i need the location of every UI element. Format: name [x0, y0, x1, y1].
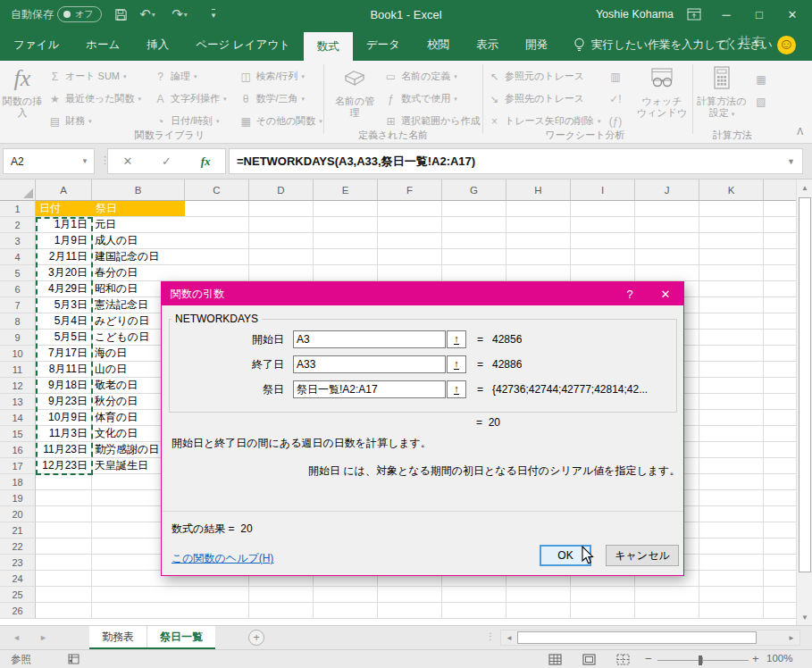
date-cell[interactable] — [36, 506, 92, 522]
feedback-smiley-icon[interactable]: ☺ — [777, 36, 796, 54]
date-cell[interactable]: 7月17日 — [36, 346, 92, 362]
date-cell[interactable] — [36, 490, 92, 506]
column-header[interactable]: E — [314, 180, 378, 201]
row-header[interactable]: 11 — [0, 362, 36, 378]
column-header[interactable]: F — [378, 180, 442, 201]
row-fill[interactable] — [185, 603, 796, 619]
argument-input[interactable]: A33 — [293, 355, 446, 373]
collapse-dialog-button[interactable]: ↑ — [447, 380, 466, 398]
analysis-tool-icon[interactable]: ▥ — [609, 71, 623, 83]
row-header[interactable]: 5 — [0, 265, 36, 281]
holiday-cell[interactable] — [92, 587, 185, 603]
row-header[interactable]: 19 — [0, 490, 36, 506]
tab-file[interactable]: ファイル — [0, 29, 72, 61]
scroll-down-icon[interactable]: ▼ — [797, 609, 812, 625]
row-header[interactable]: 9 — [0, 330, 36, 346]
ribbon-button[interactable]: ★ 最近使った関数 ▾ — [48, 92, 141, 105]
ribbon-button[interactable]: θ 数学/三角 ▾ — [239, 92, 322, 105]
column-header-b[interactable]: B — [92, 180, 185, 201]
column-header[interactable]: I — [571, 180, 635, 201]
ribbon-button[interactable]: ▭ 名前の定義 ▾ — [384, 70, 484, 83]
tab-data[interactable]: データ — [353, 29, 414, 61]
date-cell[interactable] — [36, 522, 92, 539]
date-cell[interactable]: 11月23日 — [36, 442, 92, 458]
ribbon-button[interactable]: ⊞ 選択範囲から作成 — [384, 114, 484, 128]
tab-formulas[interactable]: 数式 — [304, 32, 353, 61]
vertical-scrollbar-thumb[interactable] — [799, 197, 811, 572]
row-fill[interactable] — [185, 249, 796, 265]
enter-entry-button[interactable]: ✓ — [162, 154, 172, 168]
ribbon-button[interactable]: × トレース矢印の削除 ▾ — [488, 114, 601, 128]
function-help-link[interactable]: この関数のヘルプ(H) — [172, 551, 273, 566]
row-header[interactable]: 4 — [0, 249, 36, 265]
zoom-out-button[interactable]: − — [645, 652, 652, 665]
holiday-cell[interactable]: 成人の日 — [92, 233, 185, 249]
cell-b1[interactable]: 祭日 — [92, 201, 117, 216]
row-header[interactable]: 1 — [0, 201, 36, 217]
redo-button[interactable]: ↷▾ — [168, 0, 191, 29]
column-header[interactable]: C — [185, 180, 249, 201]
close-button[interactable]: ✕ — [773, 0, 812, 29]
date-cell[interactable]: 11月3日 — [36, 426, 92, 442]
date-cell[interactable]: 3月20日 — [36, 265, 92, 281]
sheet-nav-left-icon[interactable]: ◄ — [13, 626, 21, 649]
row-header[interactable]: 6 — [0, 281, 36, 297]
normal-view-icon[interactable] — [548, 654, 562, 665]
tab-review[interactable]: 校閲 — [414, 29, 463, 61]
ribbon-button[interactable]: ◫ 検索/行列 ▾ — [239, 70, 322, 83]
row-header[interactable]: 3 — [0, 233, 36, 249]
date-cell[interactable]: 5月5日 — [36, 330, 92, 346]
zoom-slider-track[interactable] — [657, 660, 749, 661]
tab-view[interactable]: 表示 — [463, 29, 512, 61]
horizontal-scrollbar[interactable]: ◄ ► — [500, 630, 800, 646]
row-header[interactable]: 18 — [0, 474, 36, 490]
page-layout-view-icon[interactable] — [582, 654, 596, 665]
row-header[interactable]: 14 — [0, 410, 36, 426]
ribbon-button[interactable]: ▤ 財務 ▾ — [48, 114, 141, 128]
date-cell[interactable]: 9月23日 — [36, 394, 92, 410]
column-header-a[interactable]: A — [36, 180, 92, 201]
date-cell[interactable]: 5月3日 — [36, 297, 92, 313]
analysis-tool-icon[interactable]: (ƒ) — [609, 115, 623, 128]
row-header[interactable]: 2 — [0, 217, 36, 233]
date-cell[interactable]: 2月11日 — [36, 249, 92, 265]
row-fill[interactable] — [185, 217, 796, 233]
row-header[interactable]: 13 — [0, 394, 36, 410]
date-cell[interactable]: 4月29日 — [36, 281, 92, 297]
zoom-level[interactable]: 100% — [766, 653, 792, 664]
row-fill[interactable] — [185, 265, 796, 281]
date-cell[interactable]: 5月4日 — [36, 313, 92, 330]
date-cell[interactable] — [36, 603, 92, 619]
row-fill[interactable] — [185, 587, 796, 603]
table-row[interactable]: 2 1月1日 元日 — [0, 217, 796, 233]
column-header[interactable]: D — [249, 180, 314, 201]
date-cell[interactable]: 1月9日 — [36, 233, 92, 249]
expand-formula-bar-icon[interactable]: ▼ — [787, 157, 795, 166]
autosave-toggle[interactable]: オフ — [57, 0, 102, 29]
column-header[interactable]: J — [635, 180, 699, 201]
dialog-help-button[interactable]: ? — [612, 282, 648, 305]
date-cell[interactable]: 8月11日 — [36, 362, 92, 378]
row-header[interactable]: 23 — [0, 555, 36, 571]
zoom-slider-thumb[interactable] — [699, 655, 702, 665]
sheet-tab-saijitsu-ichiran[interactable]: 祭日一覧 — [147, 626, 215, 647]
tab-home[interactable]: ホーム — [72, 29, 133, 61]
dialog-titlebar[interactable]: 関数の引数 — [162, 282, 683, 305]
holiday-cell[interactable] — [92, 603, 185, 619]
holiday-table-header[interactable]: 日付 祭日 — [36, 201, 185, 217]
row-header[interactable]: 20 — [0, 506, 36, 522]
new-sheet-button[interactable]: + — [248, 630, 264, 646]
table-row[interactable]: 5 3月20日 春分の日 — [0, 265, 796, 281]
row-header[interactable]: 24 — [0, 571, 36, 587]
ribbon-button[interactable]: ▦ その他の関数 ▾ — [239, 114, 322, 128]
macro-record-icon[interactable] — [68, 654, 80, 664]
date-cell[interactable] — [36, 555, 92, 571]
date-cell[interactable] — [36, 539, 92, 555]
dialog-close-button[interactable]: ✕ — [648, 282, 683, 305]
date-cell[interactable]: 10月9日 — [36, 410, 92, 426]
cell-a1[interactable]: 日付 — [36, 201, 92, 216]
argument-input[interactable]: A3 — [293, 330, 446, 348]
scroll-left-icon[interactable]: ◄ — [501, 630, 517, 645]
row-fill[interactable] — [185, 201, 796, 217]
ribbon-button[interactable]: ◔ 日付/時刻 ▾ — [154, 114, 227, 128]
